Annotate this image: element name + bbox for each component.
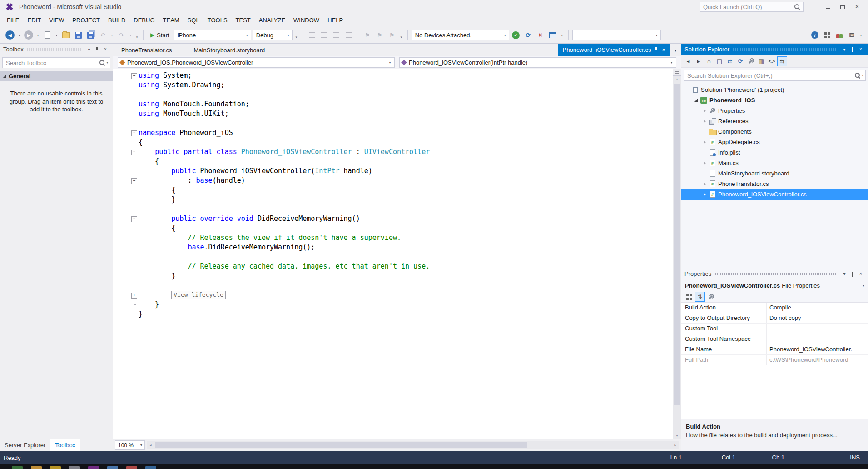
tree-item[interactable]: Phoneword_iOSViewController.cs [681, 189, 868, 200]
close-button[interactable]: × [850, 1, 864, 12]
code-line[interactable]: { [113, 138, 673, 147]
navigate-backward-button[interactable]: ◀ [5, 30, 15, 40]
refresh-devices-button[interactable]: ⟳ [523, 30, 534, 40]
close-icon[interactable]: × [662, 47, 665, 53]
menu-window[interactable]: WINDOW [289, 17, 323, 24]
toggle-bookmark-button[interactable]: ⚑ [362, 30, 373, 40]
chevron-collapsed-icon[interactable] [701, 193, 708, 196]
configuration-combo[interactable]: Debug ▾ [253, 30, 293, 40]
tree-item[interactable]: MainStoryboard.storyboard [681, 168, 868, 179]
solution-explorer-header[interactable]: Solution Explorer ▾ × [681, 44, 868, 55]
property-value[interactable]: Compile [767, 303, 868, 313]
fold-collapse-icon[interactable] [130, 71, 138, 80]
undo-dropdown-icon[interactable]: ▾ [109, 30, 114, 40]
code-line[interactable]: base.DidReceiveMemoryWarning(); [113, 243, 673, 252]
back-icon[interactable]: ◂ [683, 56, 693, 66]
code-line[interactable]: using MonoTouch.UIKit; [113, 109, 673, 119]
split-editor-handle[interactable] [673, 69, 681, 76]
uncomment-button[interactable] [343, 30, 354, 40]
property-row[interactable]: Build ActionCompile [681, 303, 868, 313]
code-line[interactable]: // Release any cached data, images, etc … [113, 262, 673, 271]
open-file-button[interactable] [60, 30, 71, 40]
toolbox-window-menu-icon[interactable]: ▾ [85, 45, 93, 54]
tab-overflow-button[interactable]: ▾ [670, 45, 681, 56]
toolbox-pin-button[interactable] [93, 45, 101, 54]
code-lines[interactable]: using System;using System.Drawing;using … [113, 69, 673, 439]
collapse-all-icon[interactable]: ▤ [714, 56, 724, 66]
properties-window-menu-icon[interactable]: ▾ [840, 270, 848, 278]
increase-indent-button[interactable] [319, 30, 330, 40]
tree-item[interactable]: Phoneword_iOS [681, 95, 868, 105]
horizontal-scroll-thumb[interactable] [155, 442, 527, 448]
properties-header[interactable]: Properties ▾ × [681, 268, 868, 279]
save-button[interactable] [73, 30, 84, 40]
vertical-scrollbar[interactable]: ▴ ▾ [673, 69, 681, 439]
chevron-expanded-icon[interactable] [693, 99, 699, 102]
tree-item[interactable]: Main.cs [681, 158, 868, 168]
fold-collapse-icon[interactable] [130, 128, 138, 138]
member-dropdown[interactable]: Phoneword_iOSViewController(IntPtr handl… [399, 57, 676, 68]
toolbar-overflow-icon[interactable] [294, 30, 299, 40]
code-line[interactable]: public partial class Phoneword_iOSViewCo… [113, 147, 673, 157]
editor-tab[interactable]: Phoneword_iOSViewController.cs× [558, 44, 670, 56]
menu-team[interactable]: TEAM [159, 17, 184, 24]
type-dropdown[interactable]: Phoneword_iOS.Phoneword_iOSViewControlle… [118, 57, 395, 68]
property-row[interactable]: File NamePhoneword_iOSViewController. [681, 344, 868, 355]
send-frown-button[interactable] [834, 30, 845, 40]
tab-server-explorer[interactable]: Server Explorer [0, 439, 50, 451]
horizontal-scrollbar[interactable]: ◂ ▸ [147, 441, 679, 449]
fold-collapse-icon[interactable] [130, 214, 138, 224]
tree-item[interactable]: Solution 'Phoneword' (1 project) [681, 85, 868, 95]
scroll-up-icon[interactable]: ▴ [673, 76, 681, 83]
code-line[interactable]: } [113, 300, 673, 309]
toolbox-close-button[interactable]: × [101, 45, 109, 54]
comment-button[interactable] [331, 30, 342, 40]
solution-explorer-pin-button[interactable] [848, 45, 857, 54]
property-row[interactable]: Custom Tool Namespace [681, 334, 868, 344]
save-all-button[interactable] [85, 30, 96, 40]
tree-item[interactable]: Info.plist [681, 147, 868, 158]
property-row[interactable]: Full Pathc:\WS\Phoneword\Phoneword_ [681, 355, 868, 365]
tab-toolbox[interactable]: Toolbox [50, 439, 80, 451]
back-dropdown-icon[interactable]: ▾ [17, 30, 22, 40]
property-pages-icon[interactable] [706, 292, 716, 302]
code-line[interactable] [113, 252, 673, 262]
new-file-button[interactable] [42, 30, 53, 40]
scroll-down-icon[interactable]: ▾ [673, 432, 681, 439]
code-line[interactable]: using System; [113, 71, 673, 80]
menu-edit[interactable]: EDIT [23, 17, 45, 24]
alphabetical-icon[interactable]: ⇅ [695, 292, 705, 302]
code-line[interactable]: } [113, 271, 673, 281]
code-line[interactable]: using MonoTouch.Foundation; [113, 100, 673, 109]
categorized-icon[interactable] [684, 292, 694, 302]
zoom-combo[interactable]: 100 % ▾ [115, 440, 145, 450]
menu-sql[interactable]: SQL [184, 17, 203, 24]
solution-explorer-window-menu-icon[interactable]: ▾ [840, 45, 848, 54]
next-bookmark-button[interactable]: ⚑ [387, 30, 397, 40]
chevron-collapsed-icon[interactable] [701, 109, 708, 113]
toolbar-overflow-icon[interactable] [399, 30, 404, 40]
find-combo[interactable]: ▾ [572, 30, 661, 40]
cancel-build-button[interactable]: × [535, 30, 546, 40]
horizontal-scroll-track[interactable] [154, 441, 671, 449]
forward-icon[interactable]: ▸ [694, 56, 704, 66]
device-tools-dropdown-icon[interactable]: ▾ [560, 30, 565, 40]
search-options-dropdown-icon[interactable]: ▾ [106, 61, 108, 65]
new-file-dropdown-icon[interactable]: ▾ [54, 30, 59, 40]
device-combo[interactable]: iPhone ▾ [174, 30, 251, 40]
solution-explorer-search-input[interactable]: Search Solution Explorer (Ctrl+;) ▾ [684, 70, 866, 81]
code-line[interactable]: } [113, 309, 673, 319]
vertical-scroll-track[interactable] [673, 83, 681, 432]
show-all-files-icon[interactable]: ▦ [756, 56, 766, 66]
tree-item[interactable]: References [681, 116, 868, 126]
sync-with-active-document-icon[interactable]: ⇆ [777, 56, 787, 66]
tree-item[interactable]: Properties [681, 105, 868, 116]
chevron-collapsed-icon[interactable] [701, 182, 708, 186]
toolbox-header[interactable]: Toolbox ▾ × [0, 44, 113, 55]
menu-help[interactable]: HELP [323, 17, 347, 24]
code-line[interactable]: // Releases the view if it doesn't have … [113, 233, 673, 243]
redo-dropdown-icon[interactable]: ▾ [128, 30, 133, 40]
feedback-dropdown-icon[interactable]: ▾ [858, 30, 863, 40]
properties-object-combo[interactable]: Phoneword_iOSViewController.cs File Prop… [681, 279, 868, 291]
navigate-forward-button[interactable]: ▶ [23, 30, 34, 40]
